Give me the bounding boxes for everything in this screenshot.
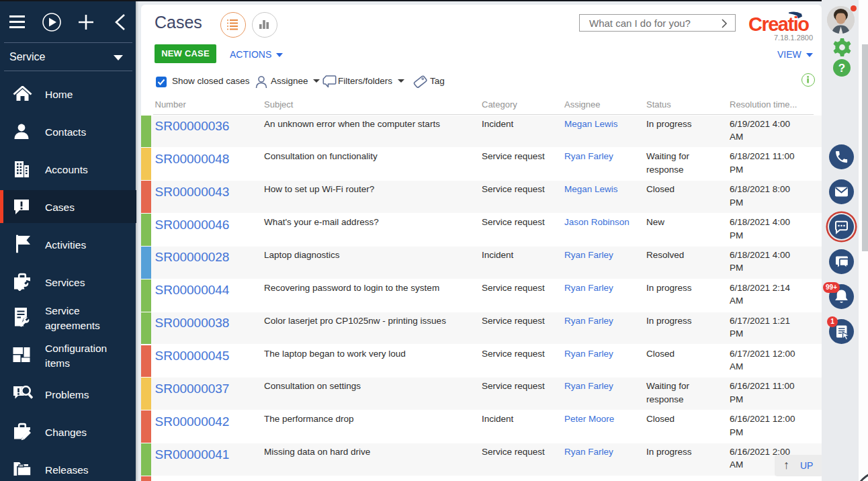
svg-text:?: ? [838,62,845,75]
